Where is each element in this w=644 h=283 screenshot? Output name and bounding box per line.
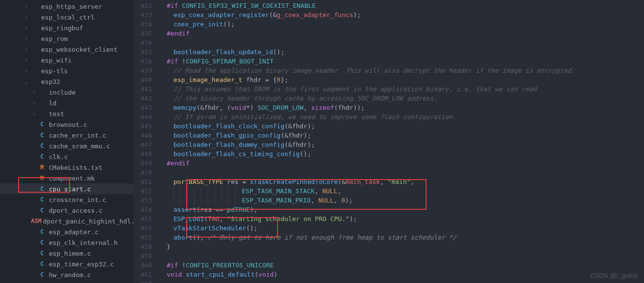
code-line[interactable]: esp_image_header_t fhdr = {0}; (160, 75, 644, 84)
folder-item[interactable]: ›esp_ringbuf (0, 22, 133, 33)
code-line[interactable]: ESP_TASK_MAIN_PRIO, NULL, 0); (160, 196, 644, 205)
file-item[interactable]: Mcomponent.mk (0, 173, 133, 183)
file-item[interactable]: Cesp_timer_esp32.c (0, 259, 133, 269)
code-line[interactable]: bootloader_flash_cs_timing_config(); (160, 149, 644, 159)
file-item[interactable]: Ccache_sram_mmu.c (0, 141, 133, 151)
code-content[interactable]: #if CONFIG_ESP32_WIFI_SW_COEXIST_ENABLEe… (160, 0, 644, 283)
line-number: 441 (133, 84, 152, 94)
item-label: component.mk (49, 175, 133, 182)
item-label: esp_websocket_client (41, 46, 133, 53)
folder-item[interactable]: ›esp_rom (0, 33, 133, 44)
file-item[interactable]: Ccrosscore_int.c (0, 194, 133, 205)
line-number: 442 (133, 94, 152, 103)
file-item[interactable]: Cint_wdt.c (0, 280, 133, 283)
code-line[interactable]: // Read the application binary image hea… (160, 66, 644, 75)
code-line[interactable]: ESP_LOGI(TAG, "Starting scheduler on PRO… (160, 214, 644, 223)
item-label: dport_panic_highint_hdl.S (43, 218, 133, 225)
file-item[interactable]: Ccache_err_int.c (0, 130, 133, 141)
item-label: hw_random.c (49, 271, 133, 279)
code-line[interactable] (160, 251, 644, 261)
code-line[interactable]: ESP_TASK_MAIN_STACK, NULL, (160, 186, 644, 196)
file-item[interactable]: Ccpu_start.c (0, 183, 133, 194)
folder-item[interactable]: ›esp_wifi (0, 55, 133, 65)
file-item[interactable]: ASMdport_panic_highint_hdl.S (0, 216, 133, 226)
code-line[interactable]: #endif (160, 29, 644, 38)
code-line[interactable]: bootloader_flash_update_id(); (160, 47, 644, 57)
folder-item[interactable]: ›ld (0, 98, 133, 108)
file-type-icon: C (38, 132, 46, 139)
chevron-icon: › (31, 90, 37, 95)
line-number: 444 (133, 112, 152, 121)
folder-item[interactable]: ›esp-tls (0, 65, 133, 76)
item-label: esp_ringbuf (41, 24, 133, 32)
line-number: 462 (133, 279, 152, 283)
file-type-icon: C (38, 250, 46, 257)
folder-item[interactable]: ›esp_local_ctrl (0, 12, 133, 22)
line-number: 437 (133, 47, 152, 57)
line-number: 460 (133, 261, 152, 270)
file-item[interactable]: Cbrownout.c (0, 119, 133, 130)
chevron-icon: › (23, 68, 29, 74)
file-type-icon: C (38, 261, 46, 267)
code-line[interactable]: coex_pre_init(); (160, 20, 644, 29)
item-label: esp_timer_esp32.c (49, 261, 133, 268)
line-number: 449 (133, 159, 152, 168)
file-item[interactable]: Chw_random.c (0, 269, 133, 280)
code-line[interactable] (160, 38, 644, 47)
folder-item[interactable]: ⌄esp32 (0, 76, 133, 87)
item-label: test (49, 110, 133, 118)
folder-item[interactable]: ›esp_websocket_client (0, 44, 133, 55)
code-line[interactable]: memcpy(&fhdr, (void*) SOC_DROM_LOW, size… (160, 103, 644, 112)
code-line[interactable] (160, 168, 644, 177)
code-line[interactable]: } (160, 242, 644, 251)
code-editor[interactable]: 4324334344354364374384394404414424434444… (133, 0, 644, 283)
code-line[interactable]: portBASE_TYPE res = xTaskCreatePinnedToC… (160, 177, 644, 186)
code-line[interactable]: bootloader_flash_gpio_config(&fhdr); (160, 131, 644, 140)
chevron-icon: › (23, 58, 29, 63)
file-item[interactable]: Cesp_clk_internal.h (0, 237, 133, 248)
item-label: cpu_start.c (49, 185, 133, 193)
code-line[interactable]: #endif (160, 159, 644, 168)
code-line[interactable]: void start_cpu1_default(void) (160, 270, 644, 279)
line-number: 457 (133, 233, 152, 242)
file-item[interactable]: Cesp_adapter.c (0, 226, 133, 237)
file-item[interactable]: Cdport_access.c (0, 205, 133, 216)
line-number: 438 (133, 57, 152, 66)
file-explorer[interactable]: ›esp_https_server›esp_local_ctrl›esp_rin… (0, 0, 133, 283)
chevron-icon: › (23, 4, 29, 9)
code-line[interactable]: bootloader_flash_clock_config(&fhdr); (160, 121, 644, 131)
line-number: 454 (133, 205, 152, 214)
folder-item[interactable]: ›include (0, 87, 133, 98)
code-line[interactable]: #if !CONFIG_FREERTOS_UNICORE (160, 261, 644, 270)
code-line[interactable]: #if !CONFIG_SPIRAM_BOOT_INIT (160, 57, 644, 66)
line-number: 436 (133, 38, 152, 47)
folder-item[interactable]: ›esp_https_server (0, 1, 133, 12)
file-item[interactable]: Cclk.c (0, 151, 133, 162)
file-type-icon: M (38, 164, 46, 171)
code-line[interactable]: abort(); /* Only get to here if not enou… (160, 233, 644, 242)
file-type-icon: M (38, 175, 46, 182)
file-type-icon: C (38, 239, 46, 246)
chevron-icon: › (23, 47, 29, 52)
file-type-icon: C (38, 153, 46, 160)
file-item[interactable]: MCMakeLists.txt (0, 162, 133, 173)
code-line[interactable]: esp_coex_adapter_register(&g_coex_adapte… (160, 10, 644, 20)
code-line[interactable]: assert(res == pdTRUE); (160, 205, 644, 214)
chevron-icon: › (23, 25, 29, 31)
item-label: esp32 (41, 78, 133, 85)
watermark: CSDN @t_guest (590, 272, 637, 279)
code-line[interactable]: // the binary header through cache by ac… (160, 94, 644, 103)
item-label: cache_sram_mmu.c (49, 142, 133, 150)
code-line[interactable]: // This assumes that DROM is the first s… (160, 84, 644, 94)
code-line[interactable]: vTaskStartScheduler(); (160, 223, 644, 233)
file-item[interactable]: Cesp_himem.c (0, 248, 133, 259)
code-line[interactable]: // If psram is uninitialized, we need to… (160, 112, 644, 121)
folder-item[interactable]: ›test (0, 108, 133, 119)
code-line[interactable]: #if CONFIG_ESP32_WIFI_SW_COEXIST_ENABLE (160, 1, 644, 10)
item-label: CMakeLists.txt (49, 164, 133, 171)
code-line[interactable]: bootloader_flash_dummy_config(&fhdr); (160, 140, 644, 149)
file-type-icon: ASM (32, 218, 40, 224)
line-number: 461 (133, 270, 152, 279)
line-number: 435 (133, 29, 152, 38)
line-number: 451 (133, 177, 152, 186)
